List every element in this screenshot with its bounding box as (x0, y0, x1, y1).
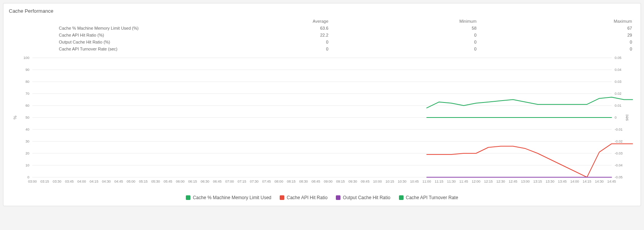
svg-text:12:30: 12:30 (496, 180, 505, 183)
table-row: Cache API Turnover Rate (sec)000 (9, 45, 635, 52)
metric-name: Cache % Machine Memory Limit Used (%) (9, 25, 193, 32)
svg-text:05:30: 05:30 (151, 180, 160, 183)
svg-text:06:45: 06:45 (213, 180, 222, 183)
svg-text:07:00: 07:00 (225, 180, 234, 183)
svg-text:03:00: 03:00 (28, 180, 37, 183)
svg-text:07:15: 07:15 (237, 180, 246, 183)
stats-table-wrap: Average Minimum Maximum Cache % Machine … (3, 15, 641, 52)
chart-svg: 0102030405060708090100-0.05-0.04-0.03-0.… (11, 54, 633, 193)
legend-swatch (186, 195, 190, 200)
svg-text:10: 10 (25, 163, 29, 167)
svg-text:07:45: 07:45 (262, 180, 271, 183)
svg-text:-0.02: -0.02 (615, 139, 623, 143)
svg-text:0.05: 0.05 (615, 56, 622, 60)
metric-average: 0 (193, 39, 332, 45)
legend-item[interactable]: Cache % Machine Memory Limit Used (186, 195, 271, 200)
svg-text:09:45: 09:45 (361, 180, 370, 183)
legend-label: Cache % Machine Memory Limit Used (193, 195, 271, 200)
chart-legend: Cache % Machine Memory Limit UsedCache A… (3, 193, 641, 206)
legend-swatch (399, 195, 404, 200)
svg-text:03:30: 03:30 (53, 180, 62, 183)
legend-item[interactable]: Cache API Turnover Rate (399, 195, 458, 200)
table-row: Output Cache Hit Ratio (%)000 (9, 39, 635, 45)
legend-label: Cache API Hit Ratio (287, 195, 327, 200)
svg-text:09:30: 09:30 (349, 180, 357, 183)
svg-text:13:45: 13:45 (558, 180, 567, 183)
svg-text:0.04: 0.04 (615, 68, 622, 72)
svg-text:09:15: 09:15 (336, 180, 345, 183)
svg-text:11:00: 11:00 (422, 180, 431, 183)
svg-text:05:15: 05:15 (139, 180, 148, 183)
svg-text:04:45: 04:45 (114, 180, 123, 183)
metric-name: Cache API Turnover Rate (sec) (9, 45, 193, 52)
svg-text:12:00: 12:00 (472, 180, 480, 183)
svg-text:14:30: 14:30 (595, 180, 604, 183)
svg-text:0.01: 0.01 (615, 104, 622, 107)
svg-text:11:30: 11:30 (447, 180, 456, 183)
metric-average: 0 (193, 45, 332, 52)
svg-text:03:45: 03:45 (65, 180, 74, 183)
metric-average: 63.6 (193, 25, 332, 32)
metric-maximum: 67 (480, 25, 635, 32)
legend-item[interactable]: Output Cache Hit Ratio (336, 195, 390, 200)
svg-text:0: 0 (615, 116, 617, 119)
svg-text:14:15: 14:15 (582, 180, 591, 183)
svg-text:14:45: 14:45 (607, 180, 616, 183)
legend-label: Output Cache Hit Ratio (343, 195, 390, 200)
metric-name: Output Cache Hit Ratio (%) (9, 39, 193, 45)
svg-text:sec: sec (624, 114, 629, 121)
svg-text:50: 50 (25, 116, 29, 119)
svg-text:06:00: 06:00 (176, 180, 185, 183)
svg-text:-0.05: -0.05 (615, 175, 623, 179)
svg-text:13:15: 13:15 (533, 180, 542, 183)
svg-text:06:30: 06:30 (200, 180, 209, 183)
svg-text:-0.04: -0.04 (615, 163, 623, 167)
svg-text:100: 100 (23, 56, 29, 60)
svg-text:60: 60 (25, 104, 29, 107)
svg-text:80: 80 (25, 80, 29, 84)
svg-text:70: 70 (25, 92, 29, 96)
stats-table: Average Minimum Maximum Cache % Machine … (9, 18, 635, 52)
svg-text:12:45: 12:45 (509, 180, 517, 183)
metric-maximum: 0 (480, 45, 635, 52)
metric-name: Cache API Hit Ratio (%) (9, 32, 193, 39)
svg-text:90: 90 (25, 68, 29, 72)
table-row: Cache % Machine Memory Limit Used (%)63.… (9, 25, 635, 32)
table-row: Cache API Hit Ratio (%)22.2029 (9, 32, 635, 39)
cache-performance-card: Cache Performance Average Minimum Maximu… (3, 3, 641, 206)
svg-text:0: 0 (27, 175, 29, 179)
svg-text:30: 30 (25, 139, 29, 143)
svg-text:05:45: 05:45 (164, 180, 172, 183)
svg-text:10:45: 10:45 (410, 180, 419, 183)
card-title: Cache Performance (3, 3, 641, 15)
svg-text:05:00: 05:00 (127, 180, 135, 183)
metric-minimum: 0 (332, 45, 480, 52)
svg-text:04:15: 04:15 (90, 180, 98, 183)
svg-text:14:00: 14:00 (570, 180, 579, 183)
svg-text:10:00: 10:00 (373, 180, 382, 183)
svg-text:03:15: 03:15 (40, 180, 49, 183)
svg-text:11:15: 11:15 (435, 180, 444, 183)
svg-text:%: % (13, 116, 17, 119)
svg-text:04:00: 04:00 (77, 180, 86, 183)
metric-minimum: 58 (332, 25, 480, 32)
svg-text:09:00: 09:00 (324, 180, 333, 183)
svg-text:08:00: 08:00 (275, 180, 284, 183)
svg-text:08:45: 08:45 (312, 180, 320, 183)
legend-item[interactable]: Cache API Hit Ratio (280, 195, 327, 200)
svg-text:06:15: 06:15 (188, 180, 197, 183)
svg-text:11:45: 11:45 (459, 180, 468, 183)
metric-minimum: 0 (332, 32, 480, 39)
metric-maximum: 29 (480, 32, 635, 39)
legend-swatch (336, 195, 340, 200)
svg-text:07:30: 07:30 (250, 180, 259, 183)
col-maximum: Maximum (480, 18, 635, 25)
svg-text:10:15: 10:15 (385, 180, 394, 183)
col-minimum: Minimum (332, 18, 480, 25)
metric-average: 22.2 (193, 32, 332, 39)
svg-text:10:30: 10:30 (398, 180, 407, 183)
svg-text:13:30: 13:30 (546, 180, 554, 183)
svg-text:04:30: 04:30 (102, 180, 111, 183)
svg-text:08:30: 08:30 (299, 180, 308, 183)
svg-text:08:15: 08:15 (287, 180, 296, 183)
